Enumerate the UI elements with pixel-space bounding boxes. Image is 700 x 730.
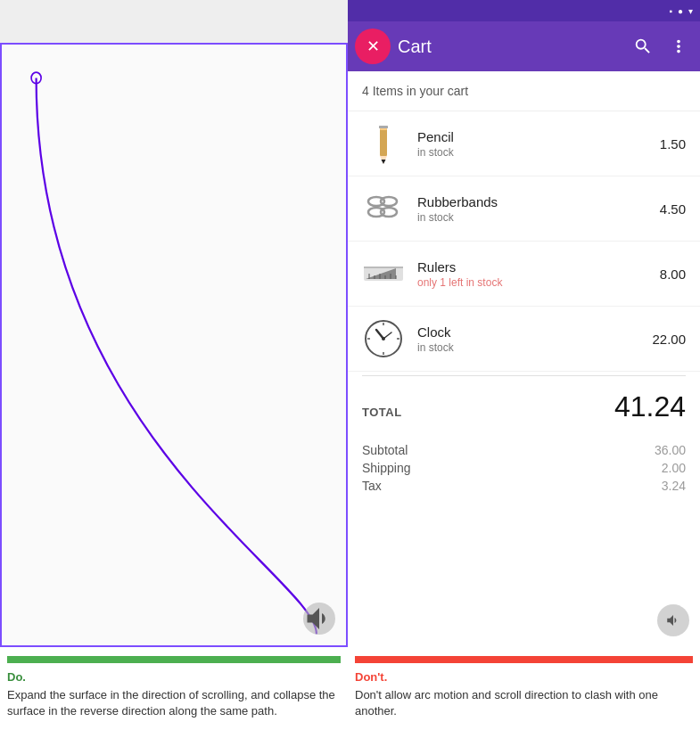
left-bottom: Do. Expand the surface in the direction … (0, 647, 348, 730)
sound-button-right[interactable] (657, 604, 689, 636)
shipping-label: Shipping (362, 461, 411, 475)
dont-bar (355, 656, 693, 663)
status-icon-2: ● (678, 6, 683, 16)
cart-item-pencil: Pencil in stock 1.50 (348, 111, 700, 176)
rulers-name: Rulers (417, 259, 647, 275)
rubberbands-price: 4.50 (660, 201, 686, 217)
clock-name: Clock (417, 324, 639, 340)
pencil-name: Pencil (417, 129, 647, 144)
total-label: TOTAL (362, 406, 402, 419)
app-bar: ✕ Cart (348, 21, 700, 71)
search-button[interactable] (629, 32, 657, 61)
sound-button-left[interactable] (303, 603, 335, 635)
svg-point-9 (381, 208, 397, 217)
svg-rect-1 (380, 126, 387, 156)
left-panel: Do. Expand the surface in the direction … (0, 0, 348, 730)
total-amount: 41.24 (614, 390, 686, 423)
divider (362, 375, 686, 376)
avatar-icon: ✕ (366, 37, 380, 56)
status-icon-1: ▪ (669, 6, 672, 16)
rubberbands-details: Rubberbands in stock (417, 194, 647, 224)
animation-canvas (0, 43, 348, 647)
rulers-image (362, 252, 405, 295)
rulers-status: only 1 left in stock (417, 276, 647, 289)
pencil-price: 1.50 (660, 136, 686, 152)
rulers-price: 8.00 (660, 267, 686, 282)
subtotal-row: Subtotal 36.00 (362, 443, 686, 457)
dont-label: Don't. (355, 670, 693, 684)
do-bar (7, 656, 341, 663)
more-options-button[interactable] (664, 32, 693, 61)
cart-item-rulers: Rulers only 1 left in stock 8.00 (348, 242, 700, 307)
status-icon-3: ▾ (688, 6, 693, 16)
shipping-value: 2.00 (662, 461, 686, 475)
do-text: Expand the surface in the direction of s… (7, 687, 341, 719)
clock-image (362, 317, 405, 360)
tax-value: 3.24 (662, 479, 686, 493)
svg-rect-12 (364, 267, 403, 268)
subtotal-label: Subtotal (362, 443, 408, 457)
right-panel: ▪ ● ▾ ✕ Cart 4 Items in your cart (348, 0, 700, 730)
svg-point-7 (381, 197, 397, 206)
svg-rect-5 (379, 126, 388, 128)
avatar-button[interactable]: ✕ (355, 29, 391, 64)
rubberbands-status: in stock (417, 211, 647, 224)
shipping-row: Shipping 2.00 (362, 461, 686, 475)
clock-details: Clock in stock (417, 324, 639, 354)
header-icons (629, 32, 693, 61)
rubberbands-name: Rubberbands (417, 194, 647, 209)
svg-marker-4 (382, 160, 386, 164)
pencil-status: in stock (417, 146, 647, 159)
pencil-image (362, 122, 405, 165)
left-top-bar (0, 0, 348, 43)
cart-content-wrapper: 4 Items in your cart Pencil in stock (348, 71, 700, 647)
app-bar-title: Cart (398, 37, 622, 57)
status-bar: ▪ ● ▾ (348, 0, 700, 21)
subtotal-value: 36.00 (655, 443, 686, 457)
dont-text: Don't allow arc motion and scroll direct… (355, 687, 693, 719)
right-bottom: Don't. Don't allow arc motion and scroll… (348, 647, 700, 730)
cart-content: 4 Items in your cart Pencil in stock (348, 71, 700, 647)
cart-item-rubberbands: Rubberbands in stock 4.50 (348, 176, 700, 242)
rubberbands-image (362, 187, 405, 230)
clock-price: 22.00 (652, 332, 686, 347)
pencil-details: Pencil in stock (417, 129, 647, 159)
total-section: TOTAL 41.24 (348, 380, 700, 436)
rulers-details: Rulers only 1 left in stock (417, 259, 647, 289)
cart-items-header: 4 Items in your cart (348, 71, 700, 111)
cart-item-clock: Clock in stock 22.00 (348, 307, 700, 372)
clock-status: in stock (417, 341, 639, 354)
tax-row: Tax 3.24 (362, 479, 686, 493)
total-row: TOTAL 41.24 (362, 390, 686, 423)
do-label: Do. (7, 670, 341, 684)
tax-label: Tax (362, 479, 382, 493)
subtotal-section: Subtotal 36.00 Shipping 2.00 Tax 3.24 (348, 436, 700, 507)
